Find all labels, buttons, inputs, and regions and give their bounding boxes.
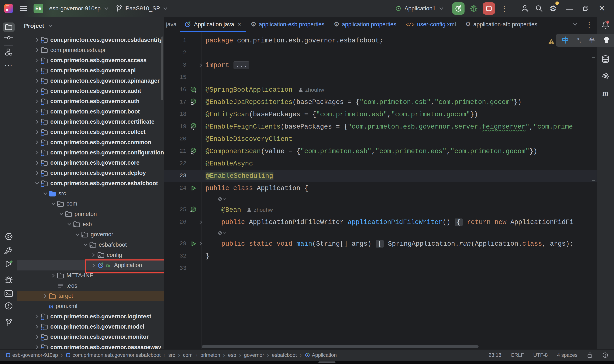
gutter-boot-icon[interactable] — [190, 86, 197, 93]
tree-scrollbar[interactable] — [161, 37, 163, 100]
tree-row[interactable]: src — [17, 189, 164, 199]
project-switcher[interactable]: esb-governor-910sp — [49, 5, 109, 12]
breadcrumb-item[interactable]: com.primeton.esb.governor.esbafcboot — [66, 352, 161, 358]
tree-row[interactable]: com.primeton.esb.governor.deploy — [17, 168, 164, 178]
tree-row[interactable]: META-INF — [17, 271, 164, 281]
tree-row[interactable]: com.primeton.esb.governor.audit — [17, 86, 164, 96]
services-tool-icon[interactable] — [3, 232, 15, 241]
line-number[interactable]: 18 — [164, 111, 189, 117]
code-line[interactable]: 20@EnableDiscoveryClient — [164, 133, 597, 145]
tree-expand-icon[interactable] — [34, 334, 41, 340]
tree-row[interactable]: mpom.xml — [17, 301, 164, 312]
maven-tool-icon[interactable]: m — [600, 89, 612, 98]
line-number[interactable]: 32 — [164, 253, 189, 259]
tree-row[interactable]: com.primeton.esb.governor.common — [17, 137, 164, 147]
tree-expand-icon[interactable] — [34, 139, 41, 145]
tab-Application.java[interactable]: Application.java✕ — [180, 17, 246, 32]
tree-row[interactable]: com.primeton.eos.governor.esbdasentity — [17, 35, 164, 45]
tree-collapse-icon[interactable] — [58, 211, 65, 217]
commit-tool-icon[interactable] — [3, 33, 15, 42]
tree-row[interactable]: com.primeton.esb.governor.api — [17, 65, 164, 76]
line-number[interactable]: 17 — [164, 99, 189, 105]
code-line[interactable]: 25 @Beanzhouhw — [164, 204, 597, 216]
debug-tool-icon[interactable] — [3, 275, 15, 285]
line-number[interactable]: 16 — [164, 87, 189, 93]
line-number[interactable]: 1 — [164, 37, 189, 44]
tree-row[interactable]: esbafcboot — [17, 240, 164, 250]
tree-expand-icon[interactable] — [34, 78, 41, 84]
ime-mode[interactable]: 中 — [562, 35, 569, 45]
line-number[interactable]: 26 — [164, 219, 189, 225]
tab-application-esb.properties[interactable]: ⚙application-esb.properties — [246, 17, 329, 32]
inspection-status-icon[interactable] — [602, 352, 609, 358]
breadcrumb-item[interactable]: src — [168, 352, 175, 358]
close-tab-icon[interactable]: ✕ — [238, 22, 241, 27]
line-ending[interactable]: CRLF — [511, 352, 524, 358]
notifications-bell-icon[interactable] — [600, 20, 612, 30]
code-line[interactable]: 29 public static void main(String[] args… — [164, 238, 597, 250]
tab-user-config.xml[interactable]: </>user-config.xml — [401, 17, 461, 32]
line-number[interactable]: 15 — [164, 74, 189, 81]
tree-expand-icon[interactable] — [50, 272, 57, 279]
file-encoding[interactable]: UTF-8 — [533, 352, 548, 358]
vcs-branch-widget[interactable]: iPaaS910_SP — [115, 5, 169, 12]
tree-row[interactable]: com.primeton.esb.governor.configuration — [17, 147, 164, 158]
tree-expand-icon[interactable] — [34, 129, 41, 135]
gutter-scan-icon[interactable] — [190, 123, 197, 130]
breadcrumb-item[interactable]: primeton — [200, 352, 220, 358]
tree-row[interactable]: com.primeton.esb.governor.access — [17, 55, 164, 65]
line-number[interactable]: 33 — [164, 265, 189, 272]
run-tool-icon[interactable] — [3, 259, 15, 269]
author-inlay[interactable]: zhouhw — [246, 207, 273, 213]
tree-expand-icon[interactable] — [34, 118, 41, 125]
indent-setting[interactable]: 4 spaces — [557, 352, 577, 358]
more-tools-icon[interactable]: … — [3, 58, 15, 67]
close-button[interactable]: ✕ — [595, 2, 609, 15]
gutter-scan-icon[interactable] — [190, 147, 197, 155]
ime-width[interactable]: 半 — [589, 36, 595, 44]
code-line[interactable]: 16@SpringBootApplicationzhouhw — [164, 84, 597, 96]
search-everywhere-icon[interactable] — [534, 2, 544, 15]
rerun-button[interactable] — [452, 2, 464, 15]
tab-options-icon[interactable]: ⋮ — [586, 21, 593, 28]
tree-row[interactable]: com.primeton.esb.governor.logintest — [17, 312, 164, 322]
tree-expand-icon[interactable] — [34, 170, 41, 176]
line-number[interactable]: 2 — [164, 50, 189, 56]
code-line[interactable]: 2 — [164, 47, 597, 59]
tree-row[interactable]: com — [17, 199, 164, 209]
tree-expand-icon[interactable] — [34, 324, 41, 330]
tree-row[interactable]: com.primeton.esb.governor.boot — [17, 106, 164, 117]
tree-row[interactable]: com.primeton.esb.governor.auth — [17, 96, 164, 106]
tree-expand-icon[interactable] — [42, 293, 49, 299]
gutter-run-icon[interactable] — [190, 240, 197, 247]
tree-expand-icon[interactable] — [34, 313, 41, 320]
breadcrumb-item[interactable]: esb — [228, 352, 236, 358]
breadcrumb-item[interactable]: Application — [305, 352, 337, 358]
tree-expand-icon[interactable] — [34, 149, 41, 156]
line-number[interactable]: 25 — [164, 207, 189, 213]
tree-expand-icon[interactable] — [90, 262, 97, 269]
run-configuration-selector[interactable]: Application1 — [395, 5, 445, 12]
tree-row[interactable]: com.primeton.esb.governor.esbafcboot — [17, 178, 164, 188]
tree-collapse-icon[interactable] — [34, 180, 41, 186]
tree-row[interactable]: esb — [17, 219, 164, 229]
tab-list-chevron-icon[interactable] — [572, 21, 578, 27]
error-stripe-mark[interactable] — [592, 57, 595, 58]
bean-inlay-hint[interactable] — [164, 228, 597, 238]
caret-position[interactable]: 23:18 — [489, 352, 501, 358]
settings-gear-icon[interactable]: ⚙ — [548, 2, 558, 15]
line-number[interactable]: 29 — [164, 241, 189, 247]
tree-row[interactable]: com.primeton.esb.governor.model — [17, 322, 164, 332]
code-line[interactable]: 23@EnableScheduling — [164, 170, 597, 182]
tree-expand-icon[interactable] — [34, 57, 41, 64]
code-line[interactable]: 24public class Application { — [164, 182, 597, 194]
author-inlay[interactable]: zhouhw — [298, 87, 324, 93]
tree-row[interactable]: com.primeton.esb.governor.collect — [17, 127, 164, 137]
breadcrumb-item[interactable]: esb-governor-910sp — [5, 352, 58, 358]
tree-row[interactable]: com.primeton.esb.governor.monitor — [17, 332, 164, 342]
problems-tool-icon[interactable] — [3, 301, 15, 311]
tree-row[interactable]: governor — [17, 230, 164, 240]
tree-row[interactable]: target — [17, 291, 164, 301]
gutter-run-icon[interactable] — [190, 185, 197, 192]
tab-application.properties[interactable]: ⚙application.properties — [329, 17, 401, 32]
